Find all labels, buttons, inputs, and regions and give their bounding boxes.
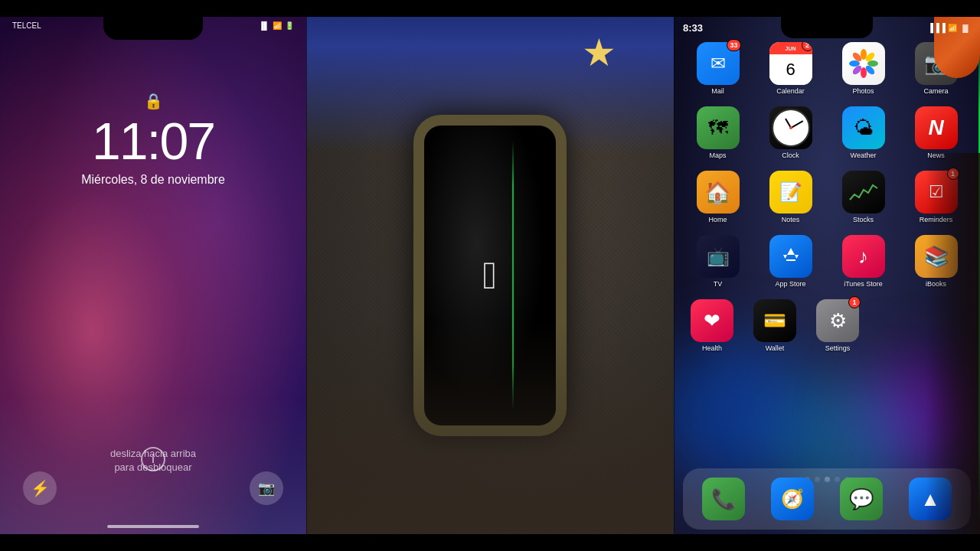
svg-point-7 [849, 60, 860, 67]
svg-point-5 [861, 67, 867, 78]
battery-icon: 🔋 [285, 21, 294, 30]
heart-symbol: ❤ [704, 309, 720, 333]
gear-symbol: ⚙ [829, 309, 847, 333]
settings-icon: ⚙ 1 [816, 299, 859, 342]
stocks-label: Stocks [853, 216, 874, 223]
lock-notch [103, 17, 203, 40]
app-itunes[interactable]: ♪ iTunes Store [836, 235, 891, 298]
house-symbol: 🏠 [704, 180, 731, 205]
app-settings[interactable]: ⚙ 1 Settings [810, 299, 865, 362]
black-bar-top [0, 0, 980, 17]
safari-symbol: 🧭 [781, 488, 804, 510]
app-maps[interactable]: 🗺 Maps [691, 106, 746, 169]
app-appstore[interactable]: App Store [763, 235, 818, 298]
maps-label: Maps [709, 152, 726, 159]
lock-time: 11:07 [0, 115, 306, 167]
camera-label: Camera [923, 87, 948, 95]
mail-icon: ✉ 33 [697, 42, 740, 85]
app-health[interactable]: ❤ Health [684, 299, 740, 362]
dock-messages[interactable]: 💬 [840, 478, 883, 520]
home-notch [781, 17, 873, 38]
lock-date: Miércoles, 8 de noviembre [0, 173, 306, 187]
dock-safari[interactable]: 🧭 [771, 478, 814, 520]
news-icon: N [915, 106, 958, 149]
photos-icon [842, 42, 885, 85]
app-tv[interactable]: 📺 TV [691, 235, 746, 298]
battery-status-icon: ▓ [960, 22, 971, 33]
lock-time-section: 🔒 11:07 Miércoles, 8 de noviembre [0, 92, 306, 187]
clock-label: Clock [782, 152, 799, 159]
weather-label: Weather [851, 152, 877, 159]
stocks-icon [842, 171, 885, 214]
clock-center [789, 126, 792, 129]
tv-label: TV [714, 280, 723, 288]
app-notes[interactable]: 📝 Notes [763, 171, 818, 233]
app-calendar[interactable]: JUN 6 2 Calendar [763, 42, 818, 105]
app-photos[interactable]: Photos [836, 42, 891, 105]
signal-icon: ▐▌ [259, 21, 270, 30]
phone-symbol: 📞 [711, 487, 736, 511]
signal-bars-icon: ▌▌▌ [934, 22, 945, 33]
calendar-icon: JUN 6 2 [769, 42, 812, 85]
notes-label: Notes [782, 216, 800, 223]
music-note: ♪ [858, 245, 868, 269]
lock-bottom-bar: ⚡ 📷 [0, 471, 306, 505]
dock-phone[interactable]: 📞 [702, 478, 745, 520]
wifi-icon: 📶 [273, 21, 282, 30]
wifi-status-icon: 📶 [947, 22, 958, 33]
wallet-label: Wallet [766, 344, 785, 352]
home-label: Home [708, 216, 727, 223]
tv-icon: 📺 [697, 235, 740, 278]
news-n-letter: N [928, 116, 943, 140]
shadow-overlay [306, 321, 674, 551]
itunes-label: iTunes Store [844, 280, 883, 288]
lock-home-indicator[interactable] [107, 525, 199, 528]
home-time: 8:33 [683, 22, 703, 34]
home-icon: 🏠 [697, 171, 740, 214]
messages-symbol: 💬 [849, 487, 874, 511]
maps-icon: 🗺 [697, 106, 740, 149]
clock-minute-hand [790, 120, 802, 128]
app-row-1: ✉ 33 Mail JUN 6 2 Calendar [681, 42, 972, 105]
clock-icon [769, 106, 812, 149]
health-icon: ❤ [691, 299, 733, 342]
lock-swipe-hint: desliza hacia arribapara desbloquear [0, 447, 306, 474]
tv-symbol: 📺 [707, 246, 730, 267]
home-status-icons: ▌▌▌ 📶 ▓ [934, 22, 971, 33]
lock-icon: 🔒 [0, 92, 306, 110]
main-scene: TELCEL ▐▌ 📶 🔋 🔒 11:07 Miércoles, 8 de no… [0, 0, 980, 551]
panel-lock-screen: TELCEL ▐▌ 📶 🔋 🔒 11:07 Miércoles, 8 de no… [0, 0, 306, 551]
separator-left-middle [306, 0, 307, 551]
lock-flashlight-button[interactable]: ⚡ [23, 471, 57, 505]
wallet-icon: 💳 [753, 299, 796, 342]
app-wallet[interactable]: 💳 Wallet [747, 299, 802, 362]
separator-middle-right [674, 0, 675, 551]
settings-badge: 1 [848, 296, 861, 308]
apple-logo:  [483, 253, 497, 298]
mail-badge: 33 [727, 39, 740, 51]
notes-icon: 📝 [769, 171, 812, 214]
app-mail[interactable]: ✉ 33 Mail [691, 42, 746, 105]
lock-carrier: TELCEL [12, 21, 41, 30]
panel-home-screen: 8:33 ▌▌▌ 📶 ▓ ✉ 33 Mail JUN [674, 0, 980, 551]
weather-icon: 🌤 [842, 106, 885, 149]
photos-label: Photos [852, 87, 874, 95]
appstore-icon [769, 235, 812, 278]
health-label: Health [702, 344, 722, 352]
svg-point-3 [867, 60, 878, 67]
settings-label: Settings [825, 344, 851, 352]
lock-camera-button[interactable]: 📷 [250, 471, 283, 505]
dark-hand-right [926, 153, 980, 551]
svg-point-1 [861, 49, 867, 60]
black-bar-bottom [0, 534, 980, 551]
calendar-day: 6 [769, 54, 812, 85]
app-stocks[interactable]: Stocks [836, 171, 891, 233]
app-clock[interactable]: Clock [763, 106, 818, 169]
appstore-label: App Store [775, 280, 805, 288]
itunes-icon: ♪ [842, 235, 885, 278]
app-weather[interactable]: 🌤 Weather [836, 106, 891, 169]
panel-boot-screen: ★  [306, 0, 674, 551]
app-home[interactable]: 🏠 Home [691, 171, 746, 233]
mail-label: Mail [711, 87, 724, 95]
clock-face [772, 109, 810, 147]
